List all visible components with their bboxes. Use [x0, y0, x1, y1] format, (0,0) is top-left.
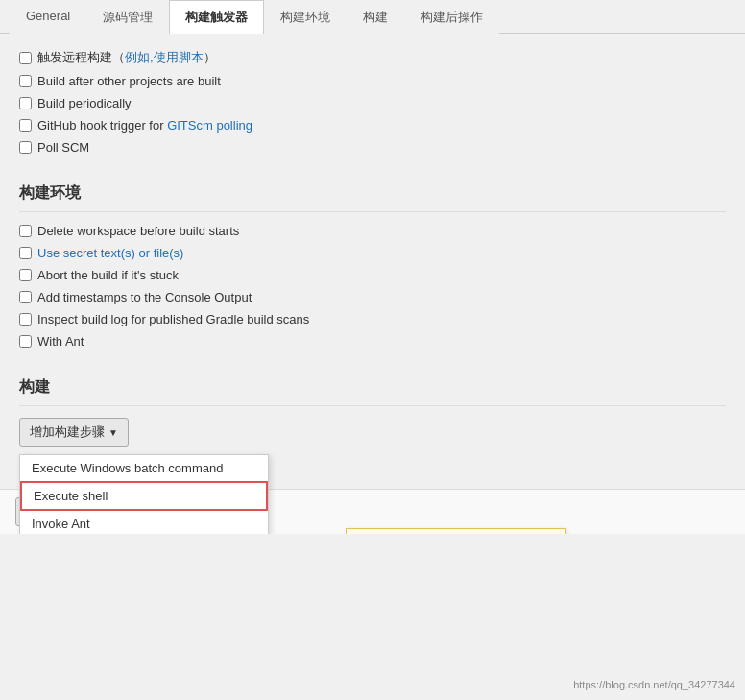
tab-post-build[interactable]: 构建后操作	[404, 0, 499, 34]
trigger-checkbox-3[interactable]	[19, 119, 32, 132]
env-label-4: Inspect build log for published Gradle b…	[37, 312, 309, 326]
env-label-2: Abort the build if it's stuck	[37, 268, 179, 282]
trigger-item-0[interactable]: 触发远程构建（例如,使用脚本）	[19, 49, 726, 66]
dropdown-list: Execute Windows batch command Execute sh…	[19, 454, 269, 534]
annotation-box: 选择运行脚本，脚本文件在下面	[346, 528, 566, 534]
trigger-item-1[interactable]: Build after other projects are built	[19, 74, 726, 88]
build-section: 构建 增加构建步骤 ▼ Execute Windows batch comman…	[19, 368, 726, 454]
trigger-checkbox-0[interactable]	[19, 52, 32, 64]
env-label-1: Use secret text(s) or file(s)	[37, 246, 183, 260]
dropdown-arrow-icon: ▼	[108, 427, 118, 438]
env-item-1[interactable]: Use secret text(s) or file(s)	[19, 246, 726, 260]
env-item-3[interactable]: Add timestamps to the Console Output	[19, 290, 726, 304]
env-label-3: Add timestamps to the Console Output	[37, 290, 252, 304]
trigger-label-0: 触发远程构建（例如,使用脚本）	[37, 49, 216, 66]
trigger-checkbox-1[interactable]	[19, 75, 32, 87]
dropdown-item-0[interactable]: Execute Windows batch command	[20, 455, 268, 481]
env-link-1[interactable]: Use secret text(s) or file(s)	[37, 246, 183, 260]
add-step-button[interactable]: 增加构建步骤 ▼	[19, 418, 129, 447]
env-checkbox-5[interactable]	[19, 335, 32, 348]
add-step-dropdown[interactable]: 增加构建步骤 ▼ Execute Windows batch command E…	[19, 418, 129, 454]
trigger-label-3: GitHub hook trigger for GITScm polling	[37, 118, 252, 133]
trigger-label-4: Poll SCM	[37, 140, 89, 155]
trigger-link-0[interactable]: 例如,使用脚本	[125, 50, 204, 64]
dropdown-item-1[interactable]: Execute shell	[20, 481, 268, 511]
env-checkbox-0[interactable]	[19, 225, 32, 237]
env-item-5[interactable]: With Ant	[19, 334, 726, 349]
tab-source[interactable]: 源码管理	[86, 0, 169, 34]
env-label-5: With Ant	[37, 334, 84, 349]
build-env-section: 构建环境 Delete workspace before build start…	[19, 174, 726, 349]
env-checkbox-2[interactable]	[19, 269, 32, 281]
env-checkbox-1[interactable]	[19, 247, 32, 259]
add-step-label: 增加构建步骤	[30, 423, 105, 441]
trigger-label-2: Build periodically	[37, 96, 132, 110]
env-checkbox-4[interactable]	[19, 313, 32, 326]
env-item-2[interactable]: Abort the build if it's stuck	[19, 268, 726, 282]
trigger-item-2[interactable]: Build periodically	[19, 96, 726, 110]
tab-bar: General 源码管理 构建触发器 构建环境 构建 构建后操作	[0, 0, 745, 34]
trigger-item-4[interactable]: Poll SCM	[19, 140, 726, 155]
env-item-4[interactable]: Inspect build log for published Gradle b…	[19, 312, 726, 326]
build-env-header: 构建环境	[19, 174, 726, 212]
tab-triggers[interactable]: 构建触发器	[169, 0, 264, 34]
tab-general[interactable]: General	[10, 0, 86, 34]
env-item-0[interactable]: Delete workspace before build starts	[19, 224, 726, 238]
trigger-checkbox-4[interactable]	[19, 141, 32, 154]
dropdown-item-2[interactable]: Invoke Ant	[20, 511, 268, 534]
main-content: 触发远程构建（例如,使用脚本） Build after other projec…	[0, 34, 745, 489]
tab-build-env[interactable]: 构建环境	[264, 0, 347, 34]
tab-build[interactable]: 构建	[347, 0, 404, 34]
trigger-link-3[interactable]: GITScm polling	[167, 118, 252, 133]
trigger-label-1: Build after other projects are built	[37, 74, 221, 88]
trigger-item-3[interactable]: GitHub hook trigger for GITScm polling	[19, 118, 726, 133]
trigger-checkbox-2[interactable]	[19, 97, 32, 109]
build-header: 构建	[19, 368, 726, 406]
env-label-0: Delete workspace before build starts	[37, 224, 239, 238]
trigger-section: 触发远程构建（例如,使用脚本） Build after other projec…	[19, 49, 726, 155]
env-checkbox-3[interactable]	[19, 291, 32, 303]
